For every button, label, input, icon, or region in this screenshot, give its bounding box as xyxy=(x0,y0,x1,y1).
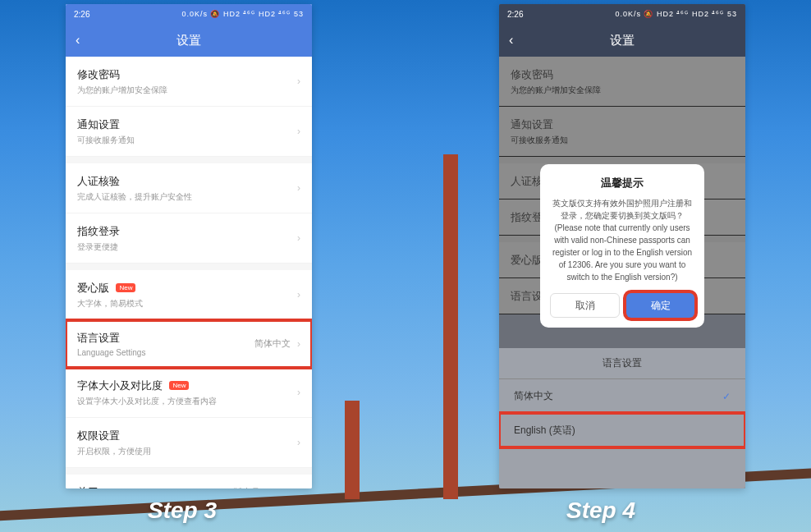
cancel-button[interactable]: 取消 xyxy=(550,293,620,318)
item-notifications: 通知设置 可接收服务通知 xyxy=(499,107,745,157)
option-label: English (英语) xyxy=(514,424,575,438)
item-title: 指纹登录 xyxy=(77,224,120,239)
dialog-body: 英文版仅支持有效外国护照用户注册和登录，您确定要切换到英文版吗？(Please … xyxy=(550,197,694,283)
new-badge: New xyxy=(116,283,135,292)
item-sub: 开启权限，方便使用 xyxy=(77,446,297,457)
header-bar: ‹ 设置 xyxy=(66,24,312,57)
item-title: 修改密码 xyxy=(511,67,553,82)
item-language-settings[interactable]: 语言设置 Language Settings 简体中文 › xyxy=(66,320,312,368)
item-sub: 登录更便捷 xyxy=(77,241,297,253)
item-sub: 为您的账户增加安全保障 xyxy=(77,85,297,96)
item-sub: 可接收服务通知 xyxy=(511,135,734,146)
page-title: 设置 xyxy=(610,33,635,48)
item-title: 通知设置 xyxy=(511,117,553,132)
item-title: 爱心版 xyxy=(77,281,109,296)
item-fingerprint[interactable]: 指纹登录 登录更便捷 › xyxy=(66,213,312,264)
item-care-version[interactable]: 爱心版 New 大字体，简易模式 › xyxy=(66,270,312,320)
chevron-right-icon: › xyxy=(297,387,300,398)
phone-step3: 2:26 0.0K/s 🔕 HD2 ⁴⁶ᴳ HD2 ⁴⁶ᴳ 53 ‹ 设置 修改… xyxy=(66,4,312,488)
item-sub: 完成人证核验，提升账户安全性 xyxy=(77,191,297,203)
option-label: 简体中文 xyxy=(514,389,553,403)
item-title: 关于 xyxy=(77,485,99,488)
item-title: 字体大小及对比度 xyxy=(77,378,163,393)
item-about[interactable]: 关于 版本号 5.8.0.4 › xyxy=(66,475,312,488)
item-permissions[interactable]: 权限设置 开启权限，方便使用 › xyxy=(66,418,312,468)
chevron-right-icon: › xyxy=(297,126,300,137)
item-title: 人证核验 xyxy=(77,174,120,189)
chevron-right-icon: › xyxy=(297,76,300,87)
item-sub: 大字体，简易模式 xyxy=(77,298,297,310)
language-sheet: 语言设置 简体中文 ✓ English (英语) xyxy=(499,348,745,488)
item-title: 爱心版 xyxy=(511,253,543,268)
sheet-option-chinese[interactable]: 简体中文 ✓ xyxy=(499,378,745,413)
page-title: 设置 xyxy=(176,33,201,48)
chevron-right-icon: › xyxy=(297,182,300,194)
separator xyxy=(66,468,312,475)
back-icon[interactable]: ‹ xyxy=(509,33,513,48)
confirm-dialog: 温馨提示 英文版仅支持有效外国护照用户注册和登录，您确定要切换到英文版吗？(Pl… xyxy=(540,164,704,328)
item-value: 简体中文 xyxy=(254,337,291,350)
item-title: 权限设置 xyxy=(77,429,120,443)
item-title: 修改密码 xyxy=(77,67,120,82)
status-time: 2:26 xyxy=(74,10,89,19)
phone-step4: 2:26 0.0K/s 🔕 HD2 ⁴⁶ᴳ HD2 ⁴⁶ᴳ 53 ‹ 设置 修改… xyxy=(499,4,745,488)
chevron-right-icon: › xyxy=(297,289,300,300)
item-sub: 为您的账户增加安全保障 xyxy=(511,85,734,96)
item-modify-password[interactable]: 修改密码 为您的账户增加安全保障 › xyxy=(66,57,312,107)
dialog-title: 温馨提示 xyxy=(550,176,694,190)
item-id-verification[interactable]: 人证核验 完成人证核验，提升账户安全性 › xyxy=(66,163,312,213)
chevron-right-icon: › xyxy=(297,487,300,489)
dialog-buttons: 取消 确定 xyxy=(550,293,694,318)
item-notifications[interactable]: 通知设置 可接收服务通知 › xyxy=(66,107,312,157)
new-badge: New xyxy=(169,381,189,390)
item-title: 语言设置 xyxy=(77,331,120,346)
step-label-4: Step 4 xyxy=(566,498,635,524)
item-title: 通知设置 xyxy=(77,117,120,132)
item-font-contrast[interactable]: 字体大小及对比度 New 设置字体大小及对比度，方便查看内容 › xyxy=(66,368,312,418)
sheet-option-english[interactable]: English (英语) xyxy=(499,413,745,447)
status-time: 2:26 xyxy=(507,10,523,19)
confirm-button[interactable]: 确定 xyxy=(626,293,694,318)
separator xyxy=(66,157,312,163)
separator xyxy=(66,264,312,270)
back-icon[interactable]: ‹ xyxy=(76,33,80,48)
separator xyxy=(499,157,745,163)
status-icons: 0.0K/s 🔕 HD2 ⁴⁶ᴳ HD2 ⁴⁶ᴳ 53 xyxy=(615,10,737,18)
chevron-right-icon: › xyxy=(297,232,300,244)
item-sub: Language Settings xyxy=(77,348,254,357)
check-icon: ✓ xyxy=(722,391,731,402)
item-sub: 设置字体大小及对比度，方便查看内容 xyxy=(77,396,297,407)
chevron-right-icon: › xyxy=(297,437,300,448)
item-sub: 可接收服务通知 xyxy=(77,135,297,146)
step-label-3: Step 3 xyxy=(148,498,217,524)
status-bar: 2:26 0.0K/s 🔕 HD2 ⁴⁶ᴳ HD2 ⁴⁶ᴳ 53 xyxy=(66,4,312,24)
settings-list: 修改密码 为您的账户增加安全保障 › 通知设置 可接收服务通知 › 人证核验 完… xyxy=(66,57,312,488)
sheet-title: 语言设置 xyxy=(499,348,745,378)
status-icons: 0.0K/s 🔕 HD2 ⁴⁶ᴳ HD2 ⁴⁶ᴳ 53 xyxy=(181,10,304,18)
header-bar: ‹ 设置 xyxy=(499,24,745,57)
item-value: 版本号 5.8.0.4 xyxy=(233,486,291,488)
status-bar: 2:26 0.0K/s 🔕 HD2 ⁴⁶ᴳ HD2 ⁴⁶ᴳ 53 xyxy=(499,4,745,24)
chevron-right-icon: › xyxy=(297,338,300,350)
item-modify-password: 修改密码 为您的账户增加安全保障 xyxy=(499,57,745,107)
